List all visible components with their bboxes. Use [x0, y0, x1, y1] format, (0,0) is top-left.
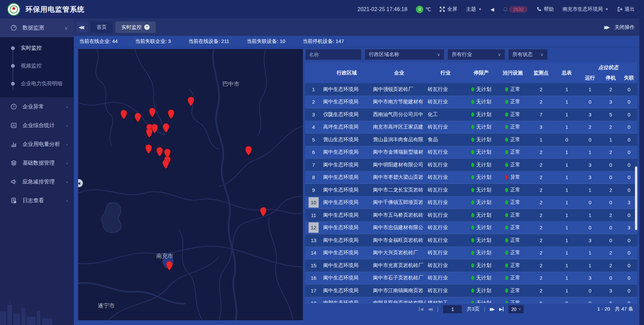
collapse-left-icon: ◀: [78, 181, 80, 185]
tabs-scroll-right-button[interactable]: ▶▶: [604, 24, 610, 30]
chevron-down-icon: ∨: [498, 52, 501, 57]
sidebar-item-enterprise-abnormal[interactable]: 企业异常‹: [0, 97, 74, 116]
status-dot-icon: [471, 188, 474, 192]
region-filter-select[interactable]: 行政区域名称 ∨: [365, 49, 444, 60]
alert-circle-icon: [10, 103, 17, 110]
right-panel: 行政区域名称 ∨ 所有行业 ∨ 所有状态 ∨ 行政区域 企业 行业 停限产 治污…: [305, 49, 637, 320]
table-row[interactable]: 16阆中生态环境局阆中市石子页岩机砖厂砖瓦行业无计划正常21300: [305, 272, 637, 285]
status-dot-icon: [471, 125, 474, 129]
map-pin-icon[interactable]: [166, 261, 173, 272]
notifications[interactable]: 2632: [503, 6, 528, 13]
speaker-button[interactable]: ◀: [490, 7, 494, 12]
table-row[interactable]: 7阆中生态环境局阆中明阳建材有限公司砖瓦行业无计划正常21300: [305, 159, 637, 171]
status-dot-icon: [505, 175, 508, 179]
map-pin-icon[interactable]: [156, 147, 163, 158]
map-pin-icon[interactable]: [162, 159, 169, 170]
table-row[interactable]: 9阆中生态环境局阆中市二龙长宝页岩砖砖瓦行业无计划正常21120: [305, 184, 637, 197]
temperature-badge: 0: [416, 6, 423, 13]
table-row[interactable]: 13阆中生态环境局阆中市金福旺页岩机砖砖瓦行业无计划正常21300: [305, 234, 637, 247]
tabs-scroll-left-button[interactable]: ◀◀: [76, 22, 88, 33]
status-dot-icon: [505, 150, 508, 154]
sidebar-item-base-data-management[interactable]: 基础数据管理‹: [0, 154, 74, 172]
status-dot-icon: [505, 188, 508, 192]
table-row[interactable]: 8阆中生态环境局阆中市枣碧大梁山页岩砖瓦行业无计划异常21300: [305, 171, 637, 184]
map-pin-icon[interactable]: [145, 144, 152, 155]
status-dot-icon: [471, 213, 474, 217]
logout-button[interactable]: 退出: [617, 6, 635, 12]
map-pin-icon[interactable]: [135, 113, 142, 124]
sidebar-item-enterprise-statistics[interactable]: 企业综合统计‹: [0, 116, 74, 135]
chevron-left-icon: ‹: [66, 161, 68, 166]
close-operations-button[interactable]: 关闭操作: [614, 24, 635, 31]
sidebar-item-log-view[interactable]: 日志查看‹: [0, 191, 74, 210]
name-filter-input[interactable]: [305, 49, 362, 60]
datetime: 2021-02-25 17:46:18: [358, 6, 408, 12]
app-window: 环保用电监管系统 2021-02-25 17:46:18 0 ℃ 全屏 主题 ▼…: [0, 0, 644, 325]
table-row[interactable]: 10阆中生态环境局阆中千佛镇五郎垭页岩砖瓦行业无计划正常21003: [305, 197, 637, 209]
help-button[interactable]: 帮助: [536, 6, 554, 12]
stat-item: 当前失联设备:10: [247, 38, 285, 45]
table-row[interactable]: 11阆中生态环境局阆中市五马桥页岩机砖砖瓦行业无计划正常21120: [305, 209, 637, 222]
organization-dropdown[interactable]: 南充市生态环境局 ▼: [562, 6, 608, 12]
map-pin-icon[interactable]: [167, 109, 174, 120]
close-icon[interactable]: ×: [144, 24, 150, 30]
sidebar-subitem[interactable]: 实时监控: [0, 39, 74, 57]
logout-icon: [617, 7, 622, 12]
map-pin-icon[interactable]: [245, 146, 252, 157]
status-filter-select[interactable]: 所有状态 ∨: [508, 49, 548, 60]
theme-dropdown[interactable]: 主题 ▼: [466, 6, 482, 12]
stat-item: 当前在线设备:211: [188, 38, 229, 45]
map-panel[interactable]: ◀ 巴中市南充市遂宁市: [78, 49, 303, 320]
table-row[interactable]: 18南部生态环境局南部县双华页岩砖有限公建材加工无计划正常60060: [305, 297, 637, 303]
table-header: 行政区域 企业 行业 停限产 治污设施 监测点 总表 点位状态 运行 停机 失联: [305, 62, 637, 83]
prev-page-button[interactable]: ◀◀: [428, 307, 433, 312]
stat-item: 当前停机设备:147: [303, 38, 344, 45]
table-row[interactable]: 6阆中生态环境局阆中市金博瑞新型墙材砖瓦行业无计划正常21120: [305, 146, 637, 159]
map-pin-icon[interactable]: [149, 108, 156, 119]
map-pin-icon[interactable]: [187, 97, 194, 108]
table-row[interactable]: 17阆中生态环境局阆中市江南镇阆南页岩砖瓦行业无计划正常21030: [305, 284, 637, 297]
map-pin-icon[interactable]: [146, 128, 153, 139]
sidebar-item-data-monitoring[interactable]: 数据监测∨: [0, 18, 74, 37]
status-dot-icon: [505, 125, 508, 129]
speaker-icon: ◀: [490, 7, 494, 12]
table-row[interactable]: 2阆中生态环境局阆中市南方节能建材有砖瓦行业无计划正常21030: [305, 96, 637, 109]
first-page-button[interactable]: ◀: [419, 307, 423, 312]
log-file-icon: [10, 197, 17, 204]
chevron-left-icon: ‹: [66, 123, 68, 128]
next-page-button[interactable]: ▶▶: [490, 307, 495, 312]
page-scrollbar[interactable]: [639, 18, 644, 325]
table-row[interactable]: 3仪陇生态环境局西南油气田分公司川中化工无计划正常71350: [305, 108, 637, 121]
fullscreen-button[interactable]: 全屏: [440, 6, 457, 12]
map-pin-icon[interactable]: [260, 207, 267, 218]
tab-首页[interactable]: 首页: [91, 21, 113, 33]
table-row[interactable]: 1阆中生态环境局阆中强锐页岩砖厂砖瓦行业无计划正常21120: [305, 83, 637, 96]
status-dot-icon: [471, 200, 474, 205]
sidebar-item-power-usage-analysis[interactable]: 企业用电量分析‹: [0, 135, 74, 154]
sidebar-subitem[interactable]: 视频监控: [0, 57, 74, 75]
tab-实时监控[interactable]: 实时监控×: [115, 21, 156, 33]
table-row[interactable]: 5营山生态环境局营山县润丰肉食品有限食品无计划正常10010: [305, 133, 637, 146]
table-row[interactable]: 15阆中生态环境局阆中市光富页岩机砖厂砖瓦行业无计划正常21120: [305, 259, 637, 272]
fullscreen-icon: [440, 7, 445, 12]
table-row[interactable]: 14阆中生态环境局阆中大兴页岩机砖厂砖瓦行业无计划正常21120: [305, 247, 637, 260]
sidebar-subitem[interactable]: 企业电力负荷明细: [0, 75, 74, 93]
page-size-select[interactable]: 20 ∨: [508, 305, 524, 314]
sidebar-item-emergency-reduction[interactable]: 应急减排管理‹: [0, 172, 74, 191]
status-dot-icon: [505, 225, 508, 230]
last-page-button[interactable]: ▶: [499, 307, 504, 312]
map-pin-icon[interactable]: [120, 110, 127, 121]
tab-bar: ◀◀ 首页实时监控× ▶▶ 关闭操作: [74, 18, 639, 36]
col-company: 企业: [372, 62, 426, 83]
table-body: 1阆中生态环境局阆中强锐页岩砖厂砖瓦行业无计划正常211202阆中生态环境局阆中…: [305, 83, 637, 303]
page-number-input[interactable]: [443, 305, 462, 314]
col-offline: 失联: [621, 73, 637, 83]
top-header: 环保用电监管系统 2021-02-25 17:46:18 0 ℃ 全屏 主题 ▼…: [0, 0, 644, 18]
industry-filter-select[interactable]: 所有行业 ∨: [447, 49, 505, 60]
chevron-down-icon: ▼: [605, 7, 608, 11]
map-pin-icon[interactable]: [162, 123, 169, 134]
table-row[interactable]: 12阆中生态环境局阆中市忠信建材有限公砖瓦行业无计划正常21003: [305, 222, 637, 234]
table-scrollbar-thumb[interactable]: [635, 166, 637, 230]
chevron-left-icon: ‹: [66, 179, 68, 184]
table-row[interactable]: 4高坪生态环境局南充市高坪区王家店建砖瓦行业无计划正常31220: [305, 121, 637, 134]
